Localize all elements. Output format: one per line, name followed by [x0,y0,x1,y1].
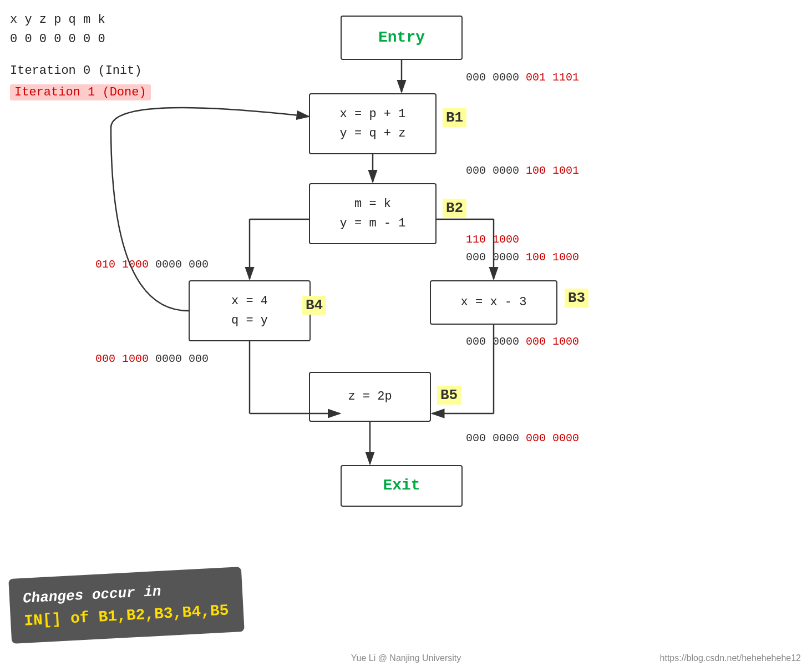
b2-left-out-bits: 010 1000 0000 000 [95,258,209,271]
entry-node: Entry [341,16,463,60]
b4-out-bits: 000 1000 0000 000 [95,352,209,365]
b1-node: x = p + 1 y = q + z [309,93,437,154]
b2-label: B2 [443,199,466,218]
entry-out-bits: 000 0000 001 1101 [466,71,579,84]
b5-label: B5 [437,386,461,405]
iteration-1-label: Iteration 1 (Done) [10,84,151,100]
var-values: 0 0 0 0 0 0 0 [10,29,105,49]
b1-out-bits: 000 0000 100 1001 [466,164,579,177]
iteration-0-label: Iteration 0 (Init) [10,64,142,78]
changes-banner: Changes occur in IN[] of B1,B2,B3,B4,B5 [8,567,245,644]
b4-node: x = 4 q = y [189,280,311,341]
b3-node: x = x - 3 [430,280,557,325]
exit-node: Exit [341,465,463,507]
var-header: x y z p q m k [10,10,105,29]
footer-center: Yue Li @ Nanjing University [351,653,461,663]
var-table: x y z p q m k 0 0 0 0 0 0 0 [10,10,105,49]
b3-out-bits: 000 0000 000 1000 [466,335,579,348]
b1-label: B1 [443,108,466,127]
b5-node: z = 2p [309,372,431,422]
b5-out-bits: 000 0000 000 0000 [466,432,579,445]
b2-right-out-bits: 000 0000 100 1000 [466,251,579,264]
b2-node: m = k y = m - 1 [309,183,437,244]
footer-right: https://blog.csdn.net/hehehehehe12 [660,653,801,663]
b4-label: B4 [302,296,326,315]
b2-top-right-bits: 110 1000 [466,233,519,246]
b3-label: B3 [565,289,588,307]
